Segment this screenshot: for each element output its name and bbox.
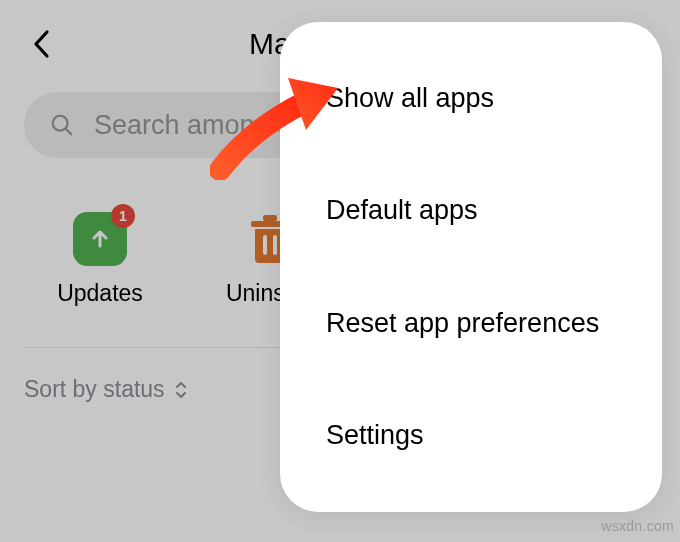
overflow-menu: Show all apps Default apps Reset app pre… xyxy=(280,22,662,512)
menu-settings[interactable]: Settings xyxy=(280,402,662,469)
menu-default-apps[interactable]: Default apps xyxy=(280,177,662,244)
menu-reset-preferences[interactable]: Reset app preferences xyxy=(280,290,662,357)
watermark: wsxdn.com xyxy=(601,518,674,534)
menu-show-all-apps[interactable]: Show all apps xyxy=(280,65,662,132)
